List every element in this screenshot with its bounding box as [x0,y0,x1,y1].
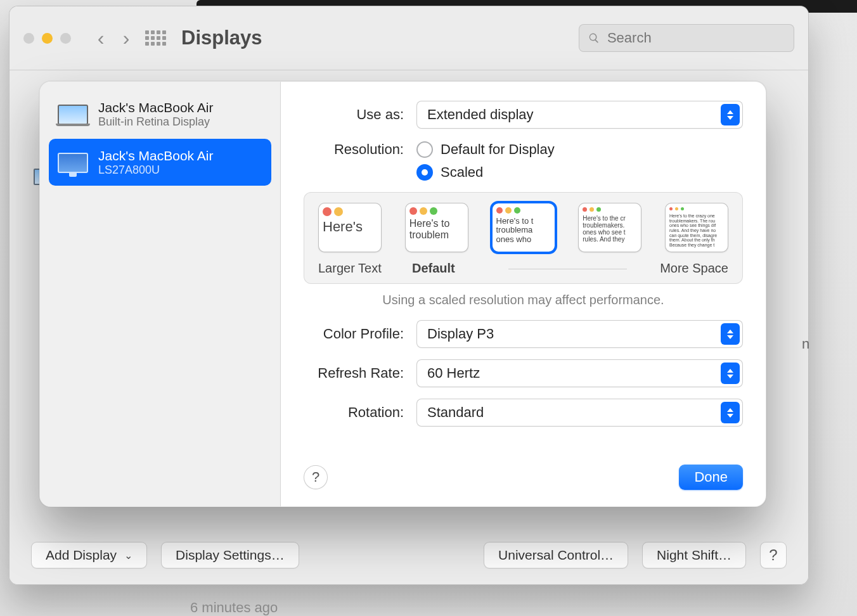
thumbs-label-right: More Space [633,261,728,276]
zoom-window-button[interactable] [60,33,71,44]
sheet-help-button[interactable]: ? [304,465,328,489]
thumbs-label-left: Larger Text [318,261,413,276]
radio-circle [416,141,433,158]
resolution-thumb-3[interactable]: Here's to the cr troublemakers. ones who… [578,203,641,252]
device-subtitle: Built-in Retina Display [98,115,213,129]
thumbs-label-mid: Default [412,261,455,276]
use-as-select[interactable]: Extended display [416,101,743,129]
laptop-display-icon [58,103,88,125]
resolution-label: Resolution: [304,140,404,158]
radio-circle [416,164,433,181]
night-shift-button[interactable]: Night Shift… [642,542,746,568]
done-button[interactable]: Done [679,465,743,490]
window-footer: Add Display ⌄ Display Settings… Universa… [31,542,787,568]
sheet-sidebar: Jack's MacBook Air Built-in Retina Displ… [40,82,281,506]
thumb-sample-text: Here's to t troublema ones who [493,214,555,244]
stepper-icon [721,104,740,125]
chevron-down-icon: ⌄ [124,549,132,561]
thumbs-label-line [508,269,627,269]
use-as-label: Use as: [304,106,404,123]
resolution-hint: Using a scaled resolution may affect per… [304,293,743,307]
back-button[interactable]: ‹ [94,31,108,45]
resolution-thumbnails: Here's Here's to troublem Here's to t tr… [318,203,728,252]
minimize-window-button[interactable] [42,33,53,44]
refresh-rate-label: Refresh Rate: [304,365,404,382]
window-title: Displays [181,27,262,49]
resolution-thumb-0[interactable]: Here's [318,203,382,252]
help-icon: ? [312,469,319,485]
resolution-thumb-4[interactable]: Here's to the crazy one troublemakers. T… [665,203,728,252]
device-item-builtin[interactable]: Jack's MacBook Air Built-in Retina Displ… [49,91,271,138]
search-icon [588,32,600,44]
resolution-thumb-1[interactable]: Here's to troublem [405,203,468,252]
thumb-sample-text: Here's to the cr troublemakers. ones who… [579,212,641,243]
color-profile-label: Color Profile: [304,326,404,342]
thumb-sample-text: Here's [319,216,381,234]
select-value: Display P3 [427,326,494,342]
search-input[interactable] [606,29,785,47]
help-button[interactable]: ? [760,542,787,568]
button-label: Night Shift… [657,548,731,563]
refresh-rate-select[interactable]: 60 Hertz [416,359,743,387]
device-name: Jack's MacBook Air [98,148,213,164]
universal-control-button[interactable]: Universal Control… [484,542,628,568]
window-controls [23,33,71,44]
device-subtitle: LS27A800U [98,164,213,177]
thumb-sample-text: Here's to troublem [406,215,468,240]
resolution-scaled-radio[interactable]: Scaled [416,164,555,181]
select-value: Extended display [427,106,534,123]
rotation-label: Rotation: [304,404,404,421]
stepper-icon [721,402,740,423]
select-value: 60 Hertz [427,365,480,382]
rotation-select[interactable]: Standard [416,399,743,427]
display-settings-sheet: Jack's MacBook Air Built-in Retina Displ… [39,81,766,507]
display-settings-button[interactable]: Display Settings… [161,542,299,568]
color-profile-select[interactable]: Display P3 [416,320,743,348]
device-item-external[interactable]: Jack's MacBook Air LS27A800U [49,139,271,186]
radio-label: Scaled [441,164,483,181]
resolution-thumbnails-box: Here's Here's to troublem Here's to t tr… [304,192,743,284]
forward-button[interactable]: › [119,31,133,45]
resolution-default-radio[interactable]: Default for Display [416,141,555,158]
background-peek-right: n [802,336,815,355]
device-name: Jack's MacBook Air [98,99,213,115]
stepper-icon [721,363,740,384]
select-value: Standard [427,404,484,421]
resolution-thumb-2[interactable]: Here's to t troublema ones who [492,203,555,252]
show-all-prefs-button[interactable] [145,27,166,49]
button-label: Add Display [46,548,117,563]
search-field[interactable] [579,24,794,52]
stepper-icon [721,323,740,345]
toolbar: ‹ › Displays [10,6,808,70]
background-peek-text: 6 minutes ago [190,600,278,616]
radio-label: Default for Display [441,141,555,158]
monitor-display-icon [58,151,88,173]
button-label: Display Settings… [176,548,285,563]
help-icon: ? [769,546,777,564]
add-display-button[interactable]: Add Display ⌄ [31,542,147,568]
sheet-main: Use as: Extended display Resolution: Def… [281,82,766,506]
thumb-sample-text: Here's to the crazy one troublemakers. T… [666,210,728,248]
button-label: Universal Control… [498,548,614,563]
close-window-button[interactable] [23,33,34,44]
